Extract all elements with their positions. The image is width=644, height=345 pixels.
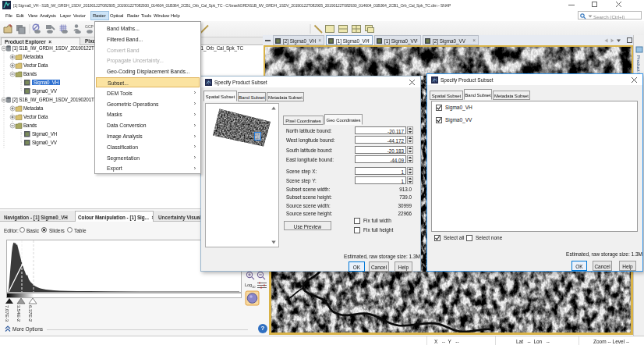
svg-text:Log: Log [245, 283, 252, 287]
svg-text:GCP: GCP [85, 24, 94, 29]
svg-text:10: 10 [252, 285, 256, 289]
